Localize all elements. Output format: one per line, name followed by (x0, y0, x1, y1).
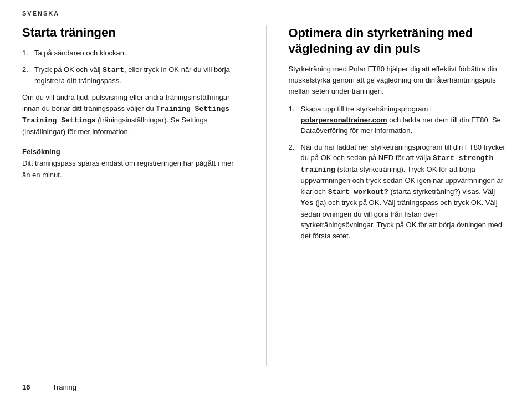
right-title: Optimera din styrketräning med väglednin… (289, 25, 510, 56)
page: SVENSKA Starta träningen 1. Ta på sändar… (0, 0, 532, 399)
right-column: Optimera din styrketräning med väglednin… (283, 20, 510, 371)
item-number: 1. (22, 48, 31, 59)
item-text-before: Tryck på OK och välj (34, 65, 103, 74)
footer: 16 Träning (0, 377, 532, 399)
item-text: Ta på sändaren och klockan. (34, 48, 244, 59)
list-item: 2. Tryck på OK och välj Start, eller try… (22, 64, 244, 86)
r-item1-before: Skapa upp till tre styrketräningsprogram… (301, 105, 432, 113)
r-item2-t4: (ja) och tryck på OK. Välj träningspass … (301, 198, 502, 240)
item-bold: Start (103, 66, 124, 74)
item-number: 2. (22, 64, 31, 86)
felsökning-title: Felsökning (22, 147, 244, 156)
para-bold-text: Training Settings (22, 116, 96, 125)
item-text: Tryck på OK och välj Start, eller tryck … (34, 64, 244, 86)
item-number: 1. (289, 104, 298, 136)
list-item: 1. Ta på sändaren och klockan. (22, 48, 244, 59)
page-number: 16 (22, 383, 30, 391)
footer-label: Träning (52, 383, 76, 391)
r-item2-bold2: Start workout? (328, 188, 388, 196)
left-title: Starta träningen (22, 25, 244, 40)
r-item2-t3: (starta styrketräning?) visas. Välj (388, 187, 495, 196)
left-paragraph: Om du vill ändra ljud, pulsvisning eller… (22, 92, 244, 138)
left-column: Starta träningen 1. Ta på sändaren och k… (22, 20, 249, 371)
column-divider (266, 25, 267, 366)
felsökning-text: Ditt träningspass sparas endast om regis… (22, 158, 244, 180)
r-item2-bold3: Yes (301, 199, 314, 207)
para-bold: Training Settings (156, 105, 229, 113)
item-number: 2. (289, 142, 298, 242)
item-text: Skapa upp till tre styrketräningsprogram… (301, 104, 510, 136)
right-title-line2: vägledning av din puls (289, 42, 420, 55)
right-title-line1: Optimera din styrketräning med (289, 26, 473, 40)
r-item1-bold: polarpersonaltrainer.com (301, 116, 387, 124)
language-header: SVENSKA (0, 0, 532, 20)
list-item: 2. När du har laddat ner styrketräningsp… (289, 142, 510, 242)
content-area: Starta träningen 1. Ta på sändaren och k… (0, 20, 532, 371)
right-intro: Styrketräning med Polar FT80 hjälper dig… (289, 64, 510, 97)
list-item: 1. Skapa upp till tre styrketräningsprog… (289, 104, 510, 136)
item-text: När du har laddat ner styrketräningsprog… (301, 142, 510, 242)
